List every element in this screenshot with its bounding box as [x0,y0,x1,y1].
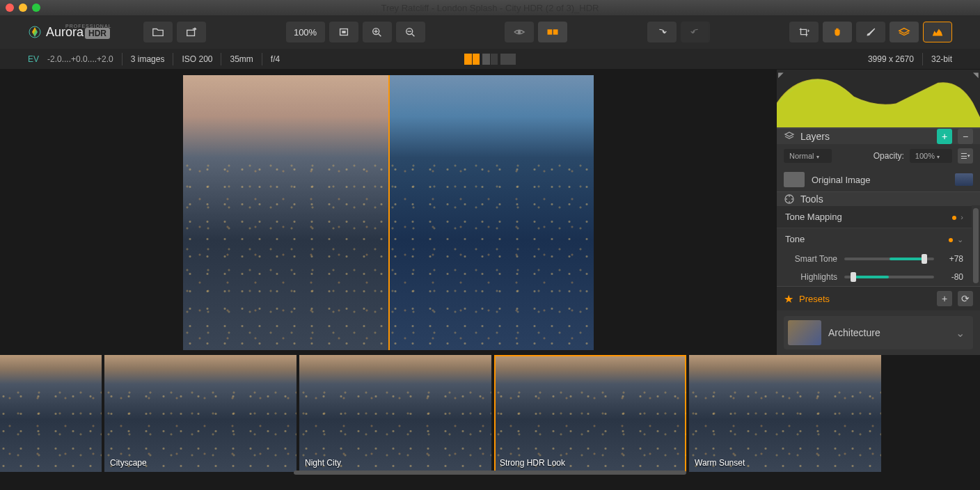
maximize-window-button[interactable] [32,3,40,12]
zoom-level-button[interactable]: 100% [286,22,325,42]
tools-title: Tools [800,193,973,205]
layer-mask-thumb [784,172,805,187]
layers-title: Layers [800,131,931,142]
category-thumb [788,320,821,345]
tools-icon [784,193,795,205]
add-layer-button[interactable]: + [937,129,952,144]
hand-tool-button[interactable] [823,22,852,42]
app-logo: PROFESSIONAL AuroraHDR [28,25,110,40]
layers-tool-button[interactable] [890,22,919,42]
preset-thumbnail[interactable]: Warm Sunset [689,355,881,472]
preset-category-dropdown[interactable]: Architecture ⌄ [784,316,973,349]
image-count: 3 images [131,54,165,64]
compare-mode-split[interactable] [464,54,480,65]
layer-name: Original Image [812,175,871,185]
redo-button[interactable] [681,22,710,42]
refresh-presets-button[interactable]: ⟳ [958,291,973,306]
compare-mode-selector [464,54,516,65]
remove-layer-button[interactable]: − [958,129,973,144]
tools-panel-header: Tools [777,191,980,205]
info-bar: EV -2.0....+0.0....+2.0 3 images ISO 200… [0,49,980,70]
svg-rect-8 [553,29,558,35]
right-panel: ◤ ◥ Layers + − Normal ▾ Opacity: 100% ▾ … [777,70,980,355]
opacity-label: Opacity: [874,151,904,161]
focal-length: 35mm [230,54,253,64]
window-title: Trey Ratcliff - London Splash - City HDR… [381,3,599,13]
preset-thumbnail[interactable]: hitecture Soft [0,355,102,472]
brush-tool-button[interactable] [856,22,885,42]
smart-tone-slider-row: Smart Tone +78 [777,250,972,268]
zoom-in-button[interactable] [363,22,392,42]
preset-scrollbar[interactable] [294,471,686,475]
undo-button[interactable] [647,22,677,42]
shadow-clip-icon: ◤ [778,71,784,79]
tools-scrollbar[interactable] [973,208,979,283]
highlights-slider[interactable] [844,276,934,278]
layers-panel-header: Layers + − [777,128,980,144]
presets-header: ★ Presets + ⟳ [777,286,980,310]
after-image [388,75,594,350]
preset-thumbnail[interactable]: Strong HDR Look [494,355,686,472]
bit-depth: 32-bit [931,54,952,64]
top-toolbar: PROFESSIONAL AuroraHDR 100% [0,15,980,49]
compare-mode-side[interactable] [482,54,498,65]
histogram[interactable]: ◤ ◥ [777,70,980,128]
compare-mode-single[interactable] [500,54,516,65]
compare-view [183,75,594,350]
opacity-dropdown[interactable]: 100% ▾ [910,149,952,163]
preview-toggle-button[interactable] [505,22,534,42]
crop-tool-button[interactable] [789,22,819,42]
preset-strip: hitecture Soft Cityscape Night City Stro… [0,355,980,475]
star-icon: ★ [784,292,793,306]
aperture-value: f/4 [271,54,280,64]
layer-preview-thumb [955,173,973,186]
open-file-button[interactable] [143,22,173,42]
layer-item[interactable]: Original Image [777,168,980,191]
highlight-clip-icon: ◥ [973,71,979,79]
svg-rect-3 [342,31,345,33]
layers-icon [784,131,795,142]
add-preset-button[interactable]: + [937,291,952,306]
compare-view-button[interactable] [538,22,567,42]
export-button[interactable] [177,22,206,42]
tone-tool[interactable]: Tone ⌄ [777,228,972,250]
fit-screen-button[interactable] [329,22,358,42]
title-bar: Trey Ratcliff - London Splash - City HDR… [0,0,980,15]
preset-thumbnail[interactable]: Cityscape [104,355,297,472]
image-dimensions: 3999 x 2670 [868,54,914,64]
tone-mapping-tool[interactable]: Tone Mapping › [777,205,972,228]
compare-slider[interactable] [388,75,390,350]
ev-label: EV [28,54,39,64]
ev-values: -2.0....+0.0....+2.0 [47,54,113,64]
preset-thumbnail[interactable]: Night City [299,355,491,472]
minimize-window-button[interactable] [19,3,27,12]
close-window-button[interactable] [6,3,14,12]
smart-tone-slider[interactable] [844,258,934,260]
svg-rect-1 [187,30,195,35]
highlights-slider-row: Highlights -80 [777,268,972,286]
layer-menu-button[interactable]: ☰▾ [958,148,973,164]
svg-point-6 [518,31,521,34]
zoom-out-button[interactable] [396,22,425,42]
before-image [183,75,388,350]
svg-rect-7 [548,29,553,35]
iso-value: ISO 200 [182,54,212,64]
blend-mode-dropdown[interactable]: Normal ▾ [784,149,832,163]
histogram-tool-button[interactable] [923,22,952,42]
canvas-area[interactable] [0,70,777,355]
chevron-down-icon: ⌄ [956,326,965,340]
